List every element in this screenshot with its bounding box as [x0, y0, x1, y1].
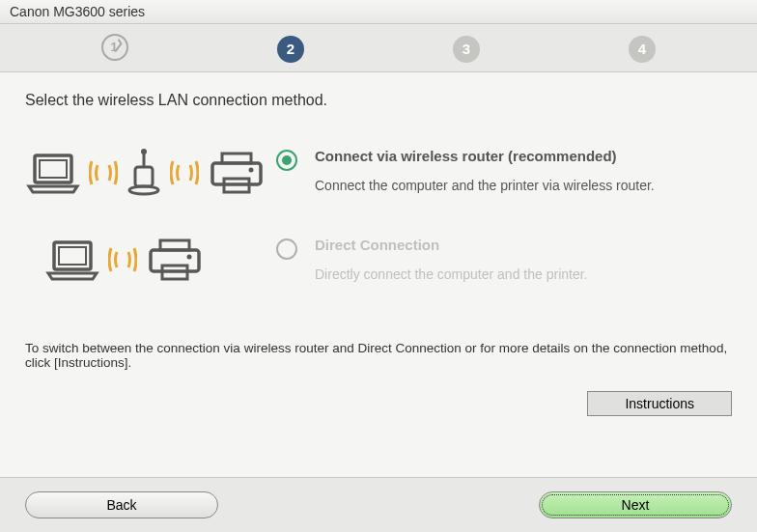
svg-point-16 — [187, 255, 192, 260]
step-number: 3 — [453, 36, 480, 63]
step-number: 4 — [629, 36, 656, 63]
step-done-icon: 1 — [101, 34, 128, 61]
step-1-done: 1 — [27, 34, 203, 64]
option-direct[interactable]: Direct Connection Directly connect the c… — [25, 237, 732, 283]
svg-rect-8 — [212, 163, 261, 184]
svg-rect-2 — [40, 160, 67, 178]
router-icon — [126, 148, 162, 198]
svg-point-9 — [249, 168, 254, 173]
router-graphic — [25, 148, 276, 198]
svg-point-4 — [141, 149, 147, 154]
laptop-icon — [44, 237, 100, 283]
radio-router[interactable] — [276, 150, 297, 171]
direct-graphic — [25, 237, 276, 283]
svg-rect-13 — [59, 247, 86, 265]
svg-point-6 — [129, 186, 158, 194]
svg-rect-15 — [151, 250, 199, 271]
wifi-waves-icon — [108, 240, 137, 279]
svg-rect-5 — [135, 167, 153, 186]
title-bar: Canon MG3600 series — [0, 0, 757, 24]
back-button[interactable]: Back — [25, 491, 218, 518]
printer-icon — [145, 237, 205, 283]
footnote: To switch between the connection via wir… — [25, 322, 732, 370]
next-button[interactable]: Next — [539, 491, 732, 518]
page-heading: Select the wireless LAN connection metho… — [25, 92, 732, 109]
instructions-button[interactable]: Instructions — [587, 391, 732, 416]
option-router[interactable]: Connect via wireless router (recommended… — [25, 148, 732, 198]
stepper: 1 2 3 4 — [0, 24, 757, 72]
option-title: Direct Connection — [315, 237, 587, 253]
option-desc: Directly connect the computer and the pr… — [315, 266, 587, 282]
step-4: 4 — [554, 36, 730, 63]
wifi-waves-icon — [170, 154, 199, 192]
laptop-icon — [25, 150, 81, 196]
svg-text:1: 1 — [110, 40, 117, 54]
step-number: 2 — [277, 36, 304, 63]
printer-icon — [207, 150, 266, 196]
step-3: 3 — [378, 36, 554, 63]
option-desc: Connect the computer and the printer via… — [315, 178, 655, 193]
step-2-current: 2 — [203, 36, 378, 63]
content-area: Select the wireless LAN connection metho… — [0, 72, 757, 478]
radio-direct[interactable] — [276, 238, 297, 260]
wifi-waves-icon — [89, 154, 118, 192]
window-title: Canon MG3600 series — [10, 4, 145, 19]
bottom-bar: Back Next — [0, 478, 757, 532]
option-title: Connect via wireless router (recommended… — [315, 148, 655, 164]
